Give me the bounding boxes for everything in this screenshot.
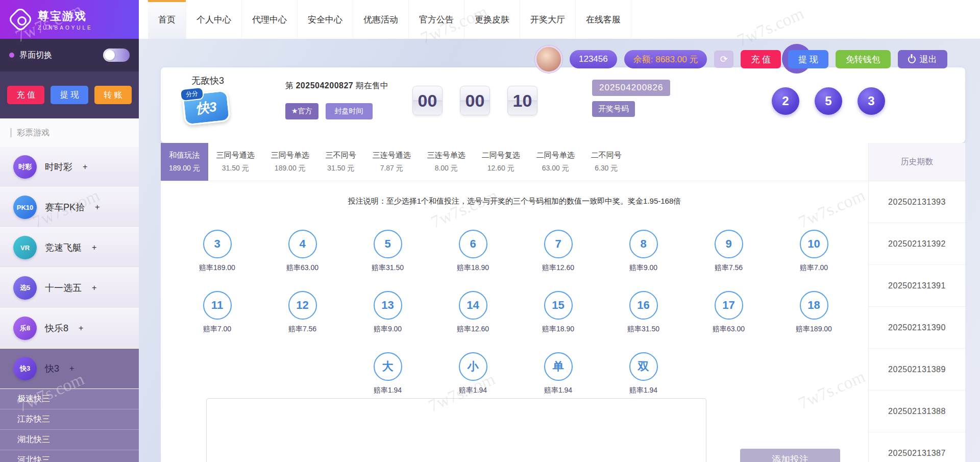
nav-item-draw-hall[interactable]: 开奖大厅 — [520, 0, 576, 39]
bet-number[interactable]: 17 — [715, 291, 743, 320]
bet-odds: 赔率31.50 — [372, 263, 404, 273]
bet-option-18[interactable]: 18赔率189.00 — [771, 291, 856, 334]
avatar[interactable] — [535, 45, 562, 73]
game-header-card: 无敌快3 快3 分分 第 202504200827 期在售中 ★官方 封盘时间 … — [161, 67, 965, 143]
bet-option-8[interactable]: 8赔率9.00 — [601, 230, 686, 273]
sidebar-item-shishicai[interactable]: 时彩 时时彩 + — [0, 147, 139, 187]
bet-number[interactable]: 7 — [544, 230, 573, 258]
bet-number[interactable]: 13 — [374, 291, 402, 320]
sidebar-item-kuai3[interactable]: 快3 快3 + — [0, 349, 139, 389]
bet-slip-input[interactable] — [206, 398, 706, 462]
sidebar-item-label: 十一选五 — [45, 282, 82, 294]
nav-item-announcements[interactable]: 官方公告 — [409, 0, 464, 39]
bet-option-even[interactable]: 双赔率1.94 — [601, 352, 686, 395]
issue-suffix: 期在售中 — [356, 81, 388, 90]
bet-option-10[interactable]: 10赔率7.00 — [771, 230, 856, 273]
submenu-item-hebei-kuai3[interactable]: 河北快三 — [0, 450, 139, 462]
bet-option-12[interactable]: 12赔率7.56 — [260, 291, 345, 334]
bet-option-16[interactable]: 16赔率31.50 — [601, 291, 686, 334]
ui-switch-toggle[interactable] — [103, 48, 130, 62]
bet-number[interactable]: 3 — [203, 230, 232, 258]
tab-ertonghao-danxuan[interactable]: 二同号单选 63.00 元 — [528, 143, 583, 181]
brand-logo[interactable]: 尊宝游戏 ZUNBAOYULE — [0, 0, 139, 39]
withdraw-button[interactable]: 提 现 — [788, 50, 828, 68]
tab-santonghao-danxuan[interactable]: 三同号单选 189.00 元 — [263, 143, 317, 181]
bet-number[interactable]: 15 — [544, 291, 573, 320]
expand-plus-icon: + — [92, 283, 96, 293]
bet-option-odd[interactable]: 单赔率1.94 — [516, 352, 601, 395]
bet-number[interactable]: 9 — [715, 230, 743, 258]
bet-number[interactable]: 18 — [800, 291, 828, 320]
tab-price: 7.87 元 — [380, 164, 403, 173]
bet-option-big[interactable]: 大赔率1.94 — [345, 352, 430, 395]
bet-number[interactable]: 5 — [374, 230, 402, 258]
sidebar-item-kuaile8[interactable]: 乐8 快乐8 + — [0, 308, 139, 349]
bet-option-13[interactable]: 13赔率9.00 — [345, 291, 430, 334]
bet-odds: 赔率7.00 — [800, 263, 828, 273]
toggle-knob-icon — [105, 50, 115, 60]
tab-ertonghao-fuxuan[interactable]: 二同号复选 12.60 元 — [474, 143, 528, 181]
tab-santonghao-tongxuan[interactable]: 三同号通选 31.50 元 — [208, 143, 263, 181]
sidebar-withdraw-button[interactable]: 提 现 — [51, 86, 88, 104]
sidebar-recharge-button[interactable]: 充 值 — [7, 86, 44, 104]
refresh-balance-icon[interactable]: ⟳ — [714, 51, 733, 68]
tab-hezhi[interactable]: 和值玩法 189.00 元 — [161, 143, 208, 181]
bet-option-5[interactable]: 5赔率31.50 — [345, 230, 430, 273]
lottery-games-section-label: 彩票游戏 — [0, 118, 139, 147]
bet-number[interactable]: 6 — [459, 230, 487, 258]
nav-item-online-service[interactable]: 在线客服 — [576, 0, 631, 39]
bet-option-7[interactable]: 7赔率12.60 — [516, 230, 601, 273]
bet-option-9[interactable]: 9赔率7.56 — [686, 230, 771, 273]
bet-number[interactable]: 小 — [459, 352, 487, 381]
tab-sanbutonghao[interactable]: 三不同号 31.50 元 — [317, 143, 364, 181]
bet-option-small[interactable]: 小赔率1.94 — [430, 352, 516, 395]
submenu-item-jisu-kuai3[interactable]: 极速快三 — [0, 389, 139, 409]
bet-options-grid: 3赔率189.00 4赔率63.00 5赔率31.50 6赔率18.90 7赔率… — [161, 230, 868, 395]
bet-number[interactable]: 单 — [544, 352, 573, 381]
nav-item-promotions[interactable]: 优惠活动 — [353, 0, 409, 39]
balance-badge: 余额: 8683.00 元 — [624, 50, 707, 68]
bet-odds: 赔率12.60 — [457, 325, 489, 334]
tab-sanlianhao-danxuan[interactable]: 三连号单选 8.00 元 — [419, 143, 474, 181]
tab-sanlianhao-tongxuan[interactable]: 三连号通选 7.87 元 — [364, 143, 419, 181]
countdown-timer: 00 00 10 — [412, 86, 537, 115]
bet-number[interactable]: 16 — [629, 291, 658, 320]
sidebar-transfer-button[interactable]: 转 账 — [94, 86, 132, 104]
bet-number[interactable]: 12 — [288, 291, 317, 320]
sidebar-item-11x5[interactable]: 选5 十一选五 + — [0, 268, 139, 308]
submenu-item-jiangsu-kuai3[interactable]: 江苏快三 — [0, 409, 139, 430]
nav-item-change-skin[interactable]: 更换皮肤 — [464, 0, 520, 39]
submenu-item-hubei-kuai3[interactable]: 湖北快三 — [0, 430, 139, 450]
tab-erbutonghao[interactable]: 二不同号 6.30 元 — [583, 143, 630, 181]
bet-number[interactable]: 大 — [374, 352, 402, 381]
bet-number[interactable]: 10 — [800, 230, 828, 258]
bet-option-4[interactable]: 4赔率63.00 — [260, 230, 345, 273]
bet-option-11[interactable]: 11赔率7.00 — [175, 291, 260, 334]
nav-item-personal-center[interactable]: 个人中心 — [186, 0, 242, 39]
bet-option-17[interactable]: 17赔率63.00 — [686, 291, 771, 334]
bet-number[interactable]: 11 — [203, 291, 232, 320]
username-badge: 123456 — [570, 50, 617, 68]
tab-label: 二同号复选 — [482, 151, 520, 160]
bet-option-14[interactable]: 14赔率12.60 — [430, 291, 516, 334]
bet-option-6[interactable]: 6赔率18.90 — [430, 230, 516, 273]
nav-item-security-center[interactable]: 安全中心 — [298, 0, 353, 39]
nav-item-agent-center[interactable]: 代理中心 — [242, 0, 298, 39]
bet-number[interactable]: 双 — [629, 352, 658, 381]
sidebar-item-label: 竞速飞艇 — [45, 241, 82, 254]
recharge-button[interactable]: 充 值 — [741, 50, 781, 68]
add-bet-button[interactable]: 添加投注 — [740, 449, 840, 462]
bet-option-15[interactable]: 15赔率18.90 — [516, 291, 601, 334]
bet-row-1: 3赔率189.00 4赔率63.00 5赔率31.50 6赔率18.90 7赔率… — [175, 230, 868, 273]
bet-option-3[interactable]: 3赔率189.00 — [175, 230, 260, 273]
nav-item-home[interactable]: 首页 — [148, 0, 186, 39]
sidebar-item-feiting[interactable]: VR 竞速飞艇 + — [0, 228, 139, 268]
pk10-icon: PK10 — [13, 196, 37, 219]
bet-number[interactable]: 8 — [629, 230, 658, 258]
free-wallet-button[interactable]: 免转钱包 — [836, 50, 891, 68]
bet-row-2: 11赔率7.00 12赔率7.56 13赔率9.00 14赔率12.60 15赔… — [175, 291, 868, 334]
bet-number[interactable]: 4 — [288, 230, 317, 258]
bet-number[interactable]: 14 — [459, 291, 487, 320]
sidebar-item-pk10[interactable]: PK10 赛车PK拾 + — [0, 187, 139, 228]
logout-button[interactable]: 退出 — [898, 50, 947, 68]
